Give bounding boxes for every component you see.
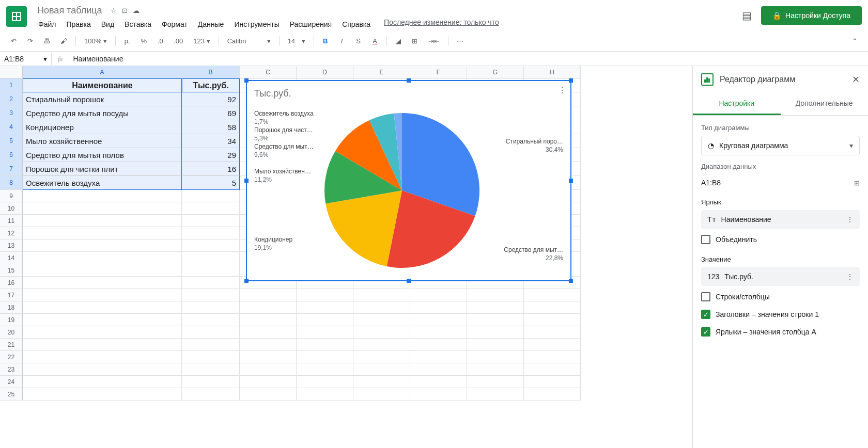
cell[interactable] (297, 339, 353, 351)
move-icon[interactable]: ⊡ (122, 7, 128, 14)
redo-button[interactable]: ↷ (23, 34, 37, 48)
row-header[interactable]: 24 (0, 376, 23, 388)
cell[interactable] (23, 326, 182, 339)
cell[interactable]: Порошок для чистки плит (23, 162, 182, 176)
cell[interactable] (23, 351, 182, 363)
menu-insert[interactable]: Вставка (120, 18, 156, 30)
cell[interactable] (353, 339, 410, 351)
cell[interactable]: Средство для мытья посуды (23, 106, 182, 120)
label-chip[interactable]: Tᴛ Наименование ⋮ (701, 210, 860, 229)
menu-extensions[interactable]: Расширения (286, 18, 336, 30)
cell[interactable] (467, 314, 524, 326)
cell[interactable] (182, 239, 240, 252)
row-header[interactable]: 15 (0, 264, 23, 277)
formula-input[interactable]: Наименование (69, 53, 868, 65)
cell[interactable] (182, 215, 240, 227)
menu-tools[interactable]: Инструменты (230, 18, 283, 30)
fill-color-button[interactable]: ◢ (391, 34, 406, 48)
menu-format[interactable]: Формат (158, 18, 192, 30)
cell[interactable] (410, 363, 467, 376)
cell[interactable] (240, 376, 297, 388)
more-icon[interactable]: ⋮ (846, 273, 854, 281)
paint-format-button[interactable]: 🖌 (56, 34, 71, 48)
cell[interactable] (524, 326, 581, 339)
chart-type-select[interactable]: ◔ Круговая диаграмма ▾ (701, 136, 860, 155)
row-header[interactable]: 16 (0, 277, 23, 289)
percent-button[interactable]: % (136, 34, 151, 48)
combine-checkbox[interactable] (701, 235, 710, 244)
cell[interactable] (23, 264, 182, 277)
cell[interactable] (23, 289, 182, 301)
sheets-logo[interactable] (6, 6, 27, 27)
col-header-b[interactable]: B (182, 66, 240, 78)
row-header[interactable]: 7 (0, 162, 23, 176)
menu-file[interactable]: Файл (34, 18, 60, 30)
cell[interactable] (182, 339, 240, 351)
cell[interactable]: Мыло хозяйственное (23, 134, 182, 148)
menu-help[interactable]: Справка (338, 18, 375, 30)
cloud-icon[interactable]: ☁ (133, 7, 140, 14)
cell[interactable]: 69 (182, 106, 240, 120)
collapse-toolbar-button[interactable]: ⌃ (847, 34, 862, 48)
row-header[interactable]: 23 (0, 363, 23, 376)
cell[interactable] (353, 301, 410, 314)
menu-view[interactable]: Вид (97, 18, 118, 30)
cell[interactable] (23, 339, 182, 351)
cell[interactable]: 92 (182, 92, 240, 106)
cell[interactable] (467, 351, 524, 363)
cell[interactable] (23, 215, 182, 227)
cell[interactable] (23, 301, 182, 314)
chart-menu-icon[interactable]: ⋮ (558, 85, 566, 95)
cell[interactable] (182, 363, 240, 376)
cell[interactable] (182, 202, 240, 215)
cell[interactable] (524, 314, 581, 326)
cell[interactable] (297, 376, 353, 388)
row-header[interactable]: 14 (0, 252, 23, 264)
row-header[interactable]: 10 (0, 202, 23, 215)
cell[interactable]: 29 (182, 148, 240, 162)
switch-checkbox[interactable] (701, 292, 710, 301)
cell[interactable] (410, 314, 467, 326)
cell[interactable]: 16 (182, 162, 240, 176)
labels-checkbox[interactable]: ✓ (701, 327, 710, 337)
cell[interactable] (240, 363, 297, 376)
headers-checkbox[interactable]: ✓ (701, 310, 710, 319)
cell[interactable] (240, 289, 297, 301)
row-header[interactable]: 21 (0, 339, 23, 351)
print-button[interactable]: 🖶 (39, 34, 54, 48)
strike-button[interactable]: S (351, 34, 366, 48)
decrease-decimal-button[interactable]: .0 (153, 34, 167, 48)
text-color-button[interactable]: A (368, 34, 382, 48)
row-header[interactable]: 25 (0, 388, 23, 401)
number-format-select[interactable]: 123 ▾ (189, 35, 214, 47)
cell[interactable] (240, 326, 297, 339)
cell[interactable] (23, 314, 182, 326)
cell[interactable] (182, 190, 240, 202)
cell[interactable] (23, 388, 182, 401)
star-icon[interactable]: ☆ (111, 7, 117, 14)
cell[interactable] (182, 326, 240, 339)
row-header[interactable]: 22 (0, 351, 23, 363)
cell[interactable] (524, 388, 581, 401)
col-header-h[interactable]: H (524, 66, 581, 78)
row-header[interactable]: 12 (0, 227, 23, 239)
cell[interactable] (23, 252, 182, 264)
cell[interactable] (353, 363, 410, 376)
cell[interactable]: Средство для мытья полов (23, 148, 182, 162)
cell[interactable] (182, 314, 240, 326)
cell[interactable] (353, 388, 410, 401)
col-header-g[interactable]: G (467, 66, 524, 78)
cell[interactable] (182, 301, 240, 314)
cell[interactable] (353, 376, 410, 388)
cell[interactable]: Кондиционер (23, 120, 182, 134)
cell[interactable] (182, 376, 240, 388)
cell[interactable] (410, 351, 467, 363)
row-header[interactable]: 13 (0, 239, 23, 252)
row-header[interactable]: 6 (0, 148, 23, 162)
cell[interactable] (182, 227, 240, 239)
cell[interactable] (467, 289, 524, 301)
menu-edit[interactable]: Правка (62, 18, 95, 30)
name-box[interactable]: A1:B8▾ (0, 53, 52, 65)
row-header[interactable]: 9 (0, 190, 23, 202)
cell[interactable] (353, 289, 410, 301)
